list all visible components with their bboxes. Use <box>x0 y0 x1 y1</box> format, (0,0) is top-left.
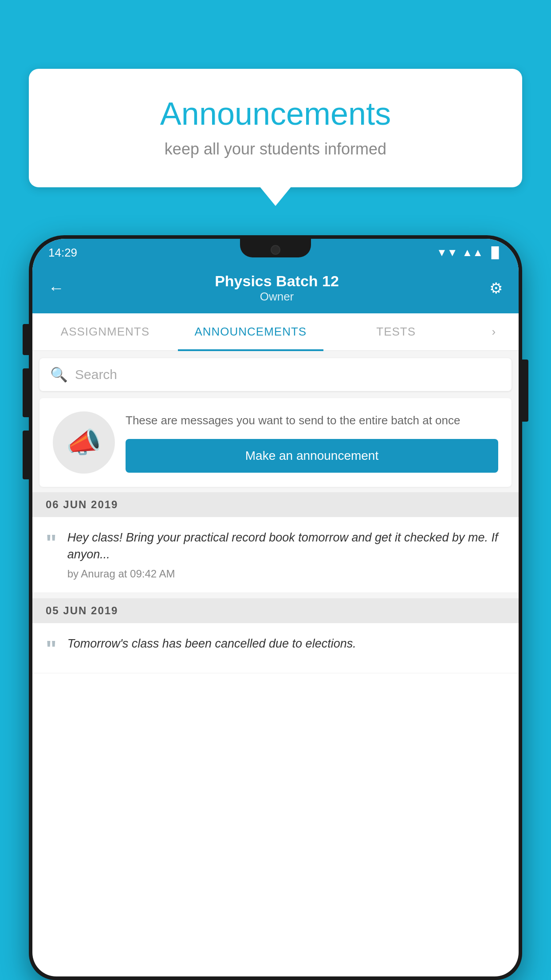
date-divider-2: 05 JUN 2019 <box>32 598 519 623</box>
status-time: 14:29 <box>48 246 77 260</box>
announcement-item-1: " Hey class! Bring your practical record… <box>32 517 519 593</box>
announcement-content-1: Hey class! Bring your practical record b… <box>67 530 505 580</box>
announcement-text-1: Hey class! Bring your practical record b… <box>67 530 505 563</box>
phone-volume-down <box>23 431 29 479</box>
promo-right: These are messages you want to send to t… <box>126 412 498 473</box>
announcement-meta-1: by Anurag at 09:42 AM <box>67 568 505 580</box>
phone-camera <box>271 245 280 255</box>
date-label-1: 06 JUN 2019 <box>46 498 118 511</box>
content-area: 🔍 Search 📣 These are messages you want t… <box>32 351 519 673</box>
quote-icon-1: " <box>46 531 57 554</box>
phone-frame: 14:29 ▼▼ ▲▲ ▐▌ ← Physics Batch 12 Owner … <box>29 235 522 980</box>
tabs-container: ASSIGNMENTS ANNOUNCEMENTS TESTS › <box>32 313 519 351</box>
tab-assignments[interactable]: ASSIGNMENTS <box>32 313 178 350</box>
back-button[interactable]: ← <box>48 279 64 297</box>
make-announcement-button[interactable]: Make an announcement <box>126 439 498 473</box>
phone-volume-up <box>23 368 29 417</box>
signal-icon: ▲▲ <box>462 246 483 259</box>
phone-notch <box>240 239 311 257</box>
speech-bubble-container: Announcements keep all your students inf… <box>29 69 522 187</box>
promo-icon-circle: 📣 <box>53 411 115 474</box>
settings-button[interactable]: ⚙ <box>489 279 503 297</box>
search-placeholder: Search <box>75 367 117 382</box>
search-icon: 🔍 <box>50 366 68 383</box>
bubble-title: Announcements <box>47 95 504 132</box>
header-subtitle: Owner <box>215 290 339 304</box>
status-icons: ▼▼ ▲▲ ▐▌ <box>437 246 503 259</box>
wifi-icon: ▼▼ <box>437 246 458 259</box>
speech-bubble: Announcements keep all your students inf… <box>29 69 522 187</box>
phone-screen: 14:29 ▼▼ ▲▲ ▐▌ ← Physics Batch 12 Owner … <box>32 239 519 976</box>
date-label-2: 05 JUN 2019 <box>46 605 118 617</box>
promo-description: These are messages you want to send to t… <box>126 412 498 429</box>
search-bar[interactable]: 🔍 Search <box>39 358 512 391</box>
header-title: Physics Batch 12 <box>215 273 339 290</box>
megaphone-icon: 📣 <box>66 426 102 459</box>
app-header: ← Physics Batch 12 Owner ⚙ <box>32 265 519 313</box>
quote-icon-2: " <box>46 637 57 660</box>
bubble-subtitle: keep all your students informed <box>47 140 504 158</box>
tab-announcements[interactable]: ANNOUNCEMENTS <box>178 313 323 350</box>
tab-tests[interactable]: TESTS <box>323 313 469 350</box>
battery-icon: ▐▌ <box>488 246 503 259</box>
date-divider-1: 06 JUN 2019 <box>32 492 519 517</box>
announcement-text-2: Tomorrow's class has been cancelled due … <box>67 636 505 652</box>
announcement-content-2: Tomorrow's class has been cancelled due … <box>67 636 505 657</box>
tab-more[interactable]: › <box>469 313 519 350</box>
phone-side-button <box>23 324 29 355</box>
announcement-item-2: " Tomorrow's class has been cancelled du… <box>32 623 519 673</box>
header-center: Physics Batch 12 Owner <box>215 273 339 304</box>
phone-container: 14:29 ▼▼ ▲▲ ▐▌ ← Physics Batch 12 Owner … <box>29 235 522 980</box>
phone-power-button <box>522 360 528 422</box>
promo-card: 📣 These are messages you want to send to… <box>39 398 512 487</box>
